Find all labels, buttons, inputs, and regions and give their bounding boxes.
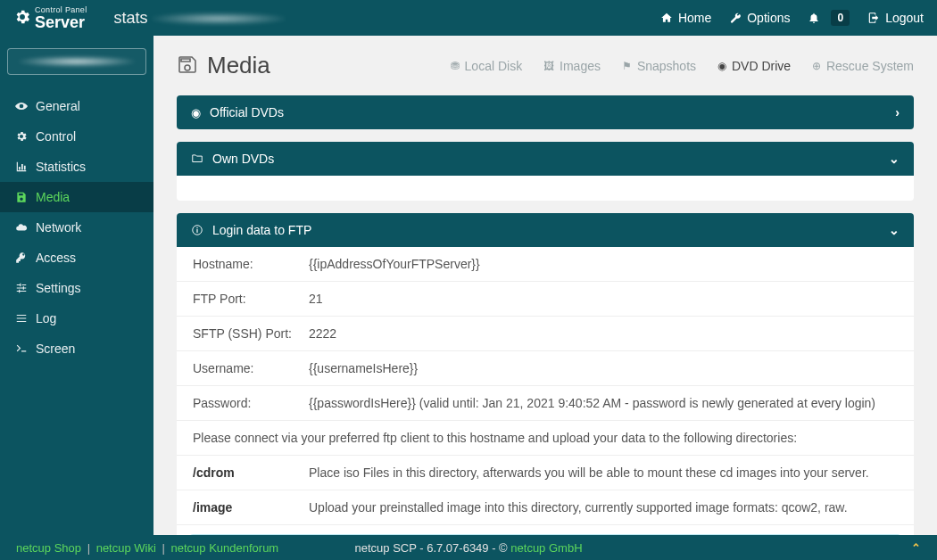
home-link[interactable]: Home bbox=[660, 11, 711, 25]
panel-body-own-dvds bbox=[177, 176, 914, 201]
notification-count: 0 bbox=[831, 10, 850, 26]
sidebar-item-general[interactable]: General bbox=[0, 91, 153, 121]
ftp-dir-cdrom: /cdrom Place iso Files in this directory… bbox=[177, 456, 914, 490]
sidebar: General Control Statistics Media Network… bbox=[0, 36, 153, 535]
logo-title: Server bbox=[35, 15, 85, 29]
sidebar-item-network[interactable]: Network bbox=[0, 212, 153, 243]
sidebar-item-access[interactable]: Access bbox=[0, 243, 153, 273]
lifebuoy-icon: ⊕ bbox=[812, 60, 821, 72]
chevron-down-icon: ⌄ bbox=[889, 223, 900, 237]
chevron-right-icon: › bbox=[895, 105, 900, 119]
ftp-row-password: Password: {{passwordIsHere}} (valid unti… bbox=[177, 386, 914, 421]
image-icon: 🖼 bbox=[543, 60, 554, 72]
snapshot-icon: ⚑ bbox=[622, 60, 632, 72]
redacted-server-name bbox=[19, 56, 135, 67]
gear-icon bbox=[13, 8, 31, 29]
terminal-icon bbox=[12, 342, 30, 355]
footer-link-wiki[interactable]: netcup Wiki bbox=[96, 541, 156, 555]
eye-icon bbox=[12, 100, 30, 112]
svg-rect-1 bbox=[196, 228, 197, 232]
server-selector[interactable] bbox=[7, 48, 146, 75]
subnav: ⛃Local Disk 🖼Images ⚑Snapshots ◉DVD Driv… bbox=[270, 58, 914, 73]
sidebar-item-statistics[interactable]: Statistics bbox=[0, 152, 153, 182]
gear-icon bbox=[12, 130, 30, 143]
panel-official-dvds: ◉ Official DVDs › bbox=[177, 95, 914, 129]
topbar: Control Panel Server stats Home Options … bbox=[0, 0, 937, 36]
scroll-top-button[interactable]: ⌃ bbox=[911, 541, 921, 555]
sidebar-item-label: Network bbox=[36, 220, 81, 235]
svg-point-2 bbox=[196, 226, 197, 227]
sidebar-item-label: Control bbox=[36, 129, 76, 144]
logout-link[interactable]: Logout bbox=[867, 11, 924, 25]
disk-icon: ⛃ bbox=[451, 60, 460, 72]
logo[interactable]: Control Panel Server bbox=[13, 6, 87, 29]
chevron-down-icon: ⌄ bbox=[889, 152, 900, 166]
notifications-link[interactable]: 0 bbox=[808, 10, 850, 26]
bell-icon bbox=[808, 12, 820, 25]
disk-icon bbox=[12, 191, 30, 203]
sidebar-item-label: Access bbox=[36, 251, 76, 265]
info-icon bbox=[191, 224, 203, 237]
sidebar-item-label: Screen bbox=[36, 342, 75, 356]
panel-header-ftp-login[interactable]: Login data to FTP ⌄ bbox=[177, 213, 914, 247]
tab-local-disk[interactable]: ⛃Local Disk bbox=[451, 59, 523, 73]
footer-center: netcup SCP - 6.7.07-6349 - © netcup GmbH bbox=[354, 541, 582, 555]
content-area: Media ⛃Local Disk 🖼Images ⚑Snapshots ◉DV… bbox=[153, 36, 937, 535]
wrench-icon bbox=[729, 12, 742, 25]
disc-icon: ◉ bbox=[717, 60, 726, 72]
panel-body-ftp-login: Hostname: {{ipAddressOfYourFTPServer}} F… bbox=[177, 247, 914, 535]
ftp-row-sftp-port: SFTP (SSH) Port: 2222 bbox=[177, 317, 914, 351]
tab-dvd-drive[interactable]: ◉DVD Drive bbox=[717, 59, 791, 73]
home-icon bbox=[660, 12, 673, 25]
ftp-connect-note: Please connect via your preferred ftp cl… bbox=[177, 421, 914, 456]
sidebar-item-settings[interactable]: Settings bbox=[0, 273, 153, 303]
sidebar-item-log[interactable]: Log bbox=[0, 303, 153, 334]
page-context-title: stats bbox=[113, 9, 286, 28]
sidebar-item-label: Log bbox=[36, 311, 56, 325]
sidebar-item-label: Media bbox=[36, 190, 70, 204]
ftp-row-username: Username: {{usernameIsHere}} bbox=[177, 351, 914, 386]
logout-icon bbox=[867, 12, 880, 25]
footer-link-shop[interactable]: netcup Shop bbox=[16, 541, 81, 555]
page-title: Media bbox=[177, 52, 270, 79]
sidebar-item-screen[interactable]: Screen bbox=[0, 334, 153, 364]
bar-chart-icon bbox=[12, 161, 30, 173]
folder-icon bbox=[191, 152, 203, 166]
panel-header-official-dvds[interactable]: ◉ Official DVDs › bbox=[177, 95, 914, 129]
list-icon bbox=[12, 312, 30, 325]
footer-link-forum[interactable]: netcup Kundenforum bbox=[171, 541, 279, 555]
ftp-dir-image: /image Upload your preinstalled image in… bbox=[177, 490, 914, 525]
sidebar-item-label: Settings bbox=[36, 281, 81, 295]
sliders-icon bbox=[12, 282, 30, 294]
panel-ftp-login: Login data to FTP ⌄ Hostname: {{ipAddres… bbox=[177, 213, 914, 535]
sidebar-item-label: General bbox=[36, 99, 80, 113]
ftp-row-hostname: Hostname: {{ipAddressOfYourFTPServer}} bbox=[177, 247, 914, 282]
redacted-hostname bbox=[152, 12, 286, 25]
panel-own-dvds: Own DVDs ⌄ bbox=[177, 142, 914, 201]
disk-icon bbox=[177, 54, 198, 78]
key-icon bbox=[12, 251, 30, 264]
panel-header-own-dvds[interactable]: Own DVDs ⌄ bbox=[177, 142, 914, 176]
tab-rescue-system[interactable]: ⊕Rescue System bbox=[812, 59, 914, 73]
sidebar-item-control[interactable]: Control bbox=[0, 121, 153, 152]
cloud-icon bbox=[12, 221, 30, 234]
sidebar-item-label: Statistics bbox=[36, 160, 86, 174]
disc-icon: ◉ bbox=[191, 106, 201, 119]
ftp-row-ftp-port: FTP Port: 21 bbox=[177, 282, 914, 317]
sidebar-item-media[interactable]: Media bbox=[0, 182, 153, 212]
options-link[interactable]: Options bbox=[729, 11, 790, 25]
tab-snapshots[interactable]: ⚑Snapshots bbox=[622, 59, 696, 73]
footer: netcup Shop | netcup Wiki | netcup Kunde… bbox=[0, 535, 937, 560]
tab-images[interactable]: 🖼Images bbox=[543, 59, 601, 73]
logo-subtitle: Control Panel bbox=[35, 6, 87, 15]
footer-link-company[interactable]: netcup GmbH bbox=[510, 541, 582, 555]
